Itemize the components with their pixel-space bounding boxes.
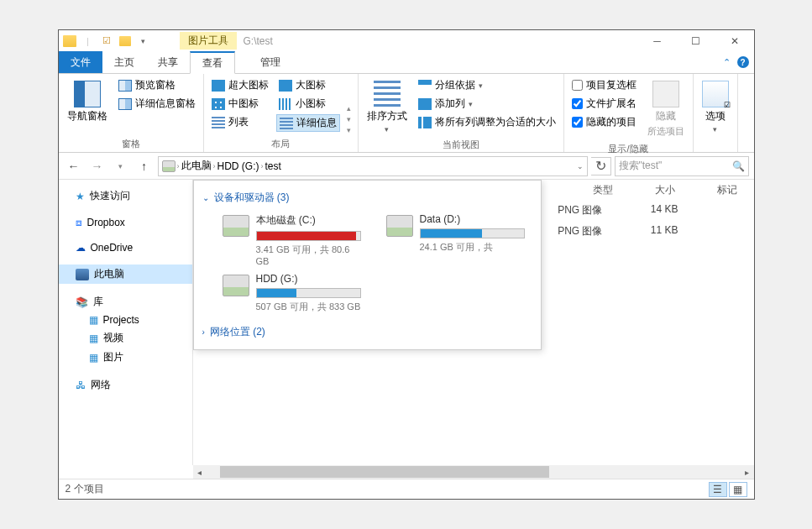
collapse-ribbon-icon[interactable]: ⌃ [723,57,731,68]
chevron-down-icon: ▾ [713,125,717,134]
table-row[interactable]: PNG 图像14 KB [558,200,753,221]
sidebar-item-quick[interactable]: ★快速访问 [59,186,192,206]
sidebar-item-onedrive[interactable]: ☁OneDrive [59,239,192,256]
address-bar[interactable]: › 此电脑› HDD (G:)› test ⌄ [158,156,588,176]
sidebar-item-dropbox[interactable]: ⧈Dropbox [59,214,192,231]
back-button[interactable]: ← [64,156,84,176]
layout-s-icons[interactable]: 小图标 [276,96,340,112]
maximize-button[interactable]: ☐ [677,30,715,51]
layout-details[interactable]: 详细信息 [276,114,340,132]
group-show-hide: 项目复选框 文件扩展名 隐藏的项目 隐藏 所选项目 显示/隐藏 [564,74,694,152]
devices-section-toggle[interactable]: ⌄ 设备和驱动器 (3) [202,187,532,208]
crumb-sep-icon[interactable]: › [177,162,180,170]
layout-scroll-down[interactable]: ▾ [347,115,351,123]
sidebar-item-computer[interactable]: 此电脑 [59,264,192,284]
details-view-button[interactable]: ☰ [709,482,727,497]
col-size[interactable]: 大小 [655,183,675,197]
navigation-pane-button[interactable]: 导航窗格 [64,77,111,136]
preview-pane-button[interactable]: 预览窗格 [116,77,198,93]
crumb-test[interactable]: test [265,160,281,172]
network-icon: 🖧 [76,380,86,391]
drive-name: 本地磁盘 (C:) [256,213,361,228]
drive-item[interactable]: HDD (G:)507 GB 可用，共 833 GB [223,273,361,313]
table-row[interactable]: PNG 图像11 KB [558,221,753,242]
horizontal-scrollbar[interactable]: ◂ ▸ [193,465,754,479]
dropbox-icon: ⧈ [76,217,82,228]
group-currentview-label: 当前视图 [364,137,558,151]
window-title: G:\test [237,35,273,47]
crumb-hdd[interactable]: HDD (G:)› [217,160,264,172]
options-button[interactable]: ☑ 选项 ▾ [699,77,732,139]
refresh-button[interactable]: ↻ [591,157,611,175]
help-icon[interactable]: ? [737,56,749,68]
search-input[interactable]: 搜索"test" 🔍 [615,156,749,176]
scroll-thumb[interactable] [220,466,550,478]
layout-list[interactable]: 列表 [209,114,271,130]
layout-scroll-up[interactable]: ▴ [347,104,351,113]
columns-header: 类型 大小 标记 [593,180,754,200]
scroll-track[interactable] [220,465,727,479]
up-button[interactable]: ↑ [134,156,155,176]
sidebar-item-video[interactable]: ▦视频 [59,328,192,348]
statusbar: 2 个项目 ☰ ▦ [59,479,754,499]
sidebar-item-network[interactable]: 🖧网络 [59,375,192,395]
group-by-button[interactable]: 分组依据▾ [416,77,558,93]
file-ext-toggle[interactable]: 文件扩展名 [569,96,639,112]
forward-button[interactable]: → [87,156,107,176]
scroll-left-icon[interactable]: ◂ [193,465,207,479]
scroll-right-icon[interactable]: ▸ [741,465,754,479]
ribbon: 导航窗格 预览窗格 详细信息窗格 窗格 超大图标 中图标 列表 大图标 小图标 [59,74,754,153]
star-icon: ★ [76,191,85,202]
qat-dropdown[interactable]: ▾ [136,34,151,49]
layout-more[interactable]: ▾ [347,126,351,134]
size-columns-button[interactable]: 将所有列调整为合适的大小 [416,114,558,130]
add-column-button[interactable]: 添加列▾ [416,96,558,112]
qat-new-folder[interactable] [118,34,133,49]
explorer-window: | ☑ ▾ 图片工具 G:\test ─ ☐ ✕ 文件 主页 共享 查看 管理 … [58,29,755,500]
network-section-toggle[interactable]: › 网络位置 (2) [202,322,532,343]
item-checkboxes-toggle[interactable]: 项目复选框 [569,77,639,93]
layout-xl-icons[interactable]: 超大图标 [209,77,271,93]
details-pane-button[interactable]: 详细信息窗格 [116,96,198,112]
tab-view[interactable]: 查看 [190,51,235,74]
drive-item[interactable]: 本地磁盘 (C:)3.41 GB 可用，共 80.6 GB [223,213,361,266]
file-list[interactable]: 类型 大小 标记 PNG 图像14 KB PNG 图像11 KB ⌄ 设备和驱动… [193,180,754,465]
crumb-computer[interactable]: 此电脑› [181,159,216,173]
tab-manage[interactable]: 管理 [249,51,292,73]
tab-file[interactable]: 文件 [59,51,102,73]
hide-selected-button[interactable]: 隐藏 所选项目 [644,77,688,141]
qat-properties[interactable]: ☑ [99,34,114,49]
onedrive-icon: ☁ [76,242,86,254]
sidebar-item-pictures[interactable]: ▦图片 [59,348,192,367]
file-rows: PNG 图像14 KB PNG 图像11 KB [558,200,753,242]
layout-l-icons[interactable]: 大图标 [276,77,340,93]
library-icon: 📚 [76,296,88,308]
group-layout-label: 布局 [209,136,353,150]
drive-name: Data (D:) [420,213,525,225]
tab-share[interactable]: 共享 [146,51,190,73]
close-button[interactable]: ✕ [715,30,754,51]
col-type[interactable]: 类型 [593,183,613,197]
folder-icon: ▦ [89,314,98,326]
group-layout: 超大图标 中图标 列表 大图标 小图标 详细信息 ▴ ▾ ▾ 布局 [204,74,359,152]
tab-home[interactable]: 主页 [102,51,146,73]
drive-icon [223,215,249,237]
group-panes: 导航窗格 预览窗格 详细信息窗格 窗格 [59,74,204,152]
addr-dropdown-icon[interactable]: ⌄ [577,162,584,170]
layout-m-icons[interactable]: 中图标 [209,96,271,112]
sort-button[interactable]: 排序方式 ▾ [364,77,411,137]
group-options: ☑ 选项 ▾ [694,74,738,152]
ribbon-tabs: 文件 主页 共享 查看 管理 ⌃ ? [59,51,754,74]
col-tags[interactable]: 标记 [717,183,737,197]
group-panes-label: 窗格 [64,136,198,150]
quick-access-toolbar: | ☑ ▾ [59,34,155,49]
recent-button[interactable]: ▾ [111,156,131,176]
sidebar-item-library[interactable]: 📚库 [59,292,192,312]
body: ★快速访问 ⧈Dropbox ☁OneDrive 此电脑 📚库 ▦Project… [59,180,754,465]
drive-item[interactable]: Data (D:)24.1 GB 可用，共 [386,213,525,266]
sidebar-item-projects[interactable]: ▦Projects [59,312,192,328]
options-label: 选项 [705,109,726,123]
hidden-items-toggle[interactable]: 隐藏的项目 [569,114,639,130]
minimize-button[interactable]: ─ [638,30,677,51]
icons-view-button[interactable]: ▦ [729,482,747,497]
